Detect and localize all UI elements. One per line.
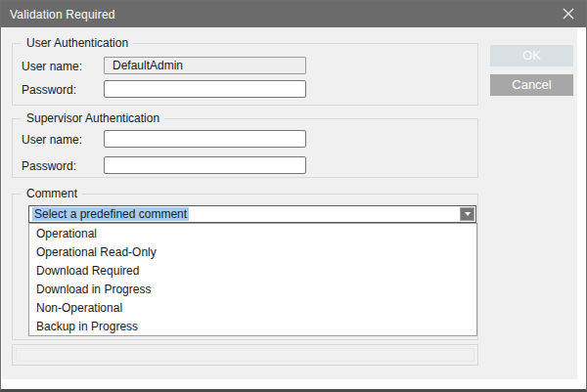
supervisor-password-label: Password: [22, 159, 76, 173]
group-comment-legend: Comment [22, 187, 82, 200]
status-box-inner [16, 348, 474, 362]
ok-button[interactable]: OK [490, 45, 573, 66]
comment-option-non-operational[interactable]: Non-Operational [29, 299, 476, 318]
supervisor-username-field[interactable] [104, 130, 306, 148]
supervisor-password-field[interactable] [104, 156, 306, 174]
user-password-field[interactable] [104, 80, 306, 98]
cancel-button[interactable]: Cancel [490, 74, 573, 96]
comment-option-operational-read-only[interactable]: Operational Read-Only [29, 243, 476, 262]
comment-option-download-required[interactable]: Download Required [29, 262, 476, 281]
user-username-field [104, 57, 306, 74]
comment-option-download-in-progress[interactable]: Download in Progress [29, 281, 476, 299]
validation-required-dialog: Validation Required User Authentication … [0, 0, 587, 392]
comment-dropdown-list: Operational Operational Read-Only Downlo… [28, 223, 477, 336]
titlebar: Validation Required [1, 1, 586, 27]
comment-option-operational[interactable]: Operational [29, 225, 476, 243]
close-icon [563, 6, 574, 23]
comment-combobox[interactable]: Select a predefined comment [28, 205, 476, 223]
close-button[interactable] [553, 1, 584, 27]
comment-combobox-dropdown-button[interactable] [460, 207, 474, 221]
status-box [12, 344, 478, 366]
chevron-down-icon [465, 212, 471, 216]
supervisor-username-label: User name: [22, 133, 82, 147]
comment-option-backup-in-progress[interactable]: Backup in Progress [29, 318, 476, 336]
user-username-label: User name: [22, 60, 82, 73]
group-user-authentication-legend: User Authentication [22, 36, 133, 50]
window-title: Validation Required [1, 8, 115, 22]
comment-combobox-selected-text: Select a predefined comment [32, 207, 189, 221]
group-supervisor-authentication-legend: Supervisor Authentication [22, 111, 164, 125]
user-password-label: Password: [22, 83, 76, 97]
